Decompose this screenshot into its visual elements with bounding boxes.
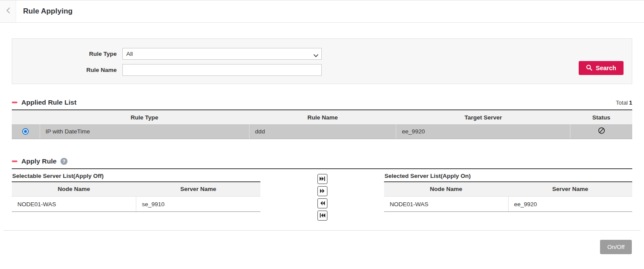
applied-rule-table: Rule Type Rule Name Target Server Status… — [12, 109, 632, 139]
search-panel: Rule Type All Rule Name Search — [12, 38, 632, 84]
top-bar: Rule Applying — [0, 0, 644, 23]
column-header-target-server: Target Server — [396, 110, 570, 124]
double-arrow-right-icon — [320, 189, 325, 193]
section-dash-icon — [12, 102, 17, 103]
rule-type-label: Rule Type — [12, 51, 117, 57]
applied-rule-row[interactable]: IP with DateTime ddd ee_9920 — [12, 124, 632, 139]
column-header-server-name: Server Name — [508, 182, 632, 197]
column-header-rule-type: Rule Type — [40, 110, 249, 124]
back-button[interactable] — [0, 0, 16, 22]
selectable-server-table: Node Name Server Name NODE01-WAS se_9910 — [12, 182, 260, 212]
selectable-server-header-row: Node Name Server Name — [12, 182, 260, 197]
applied-rule-table-header-row: Rule Type Rule Name Target Server Status — [12, 110, 632, 124]
applied-rule-radio[interactable] — [22, 128, 29, 135]
search-button[interactable]: Search — [579, 61, 624, 75]
selected-server-header-row: Node Name Server Name — [384, 182, 632, 197]
apply-rule-section: Apply Rule ? Selectable Server List(Appl… — [12, 157, 632, 221]
transfer-buttons — [260, 169, 384, 221]
total-count: Total1 — [616, 99, 632, 106]
selectable-server-name: se_9910 — [136, 197, 261, 212]
chevron-left-icon — [6, 7, 10, 15]
rule-name-row: Rule Name — [12, 64, 632, 76]
onoff-button[interactable]: On/Off — [600, 240, 632, 254]
search-button-label: Search — [596, 65, 616, 72]
selected-server-name: ee_9920 — [508, 197, 632, 212]
selected-server-table: Node Name Server Name NODE01-WAS ee_9920 — [384, 182, 632, 212]
column-header-status: Status — [570, 110, 632, 124]
move-all-right-button[interactable] — [317, 174, 327, 184]
applied-rule-list-header: Applied Rule List Total1 — [12, 99, 632, 106]
row-target-server: ee_9920 — [396, 124, 570, 139]
move-right-button[interactable] — [317, 186, 327, 196]
row-rule-name: ddd — [249, 124, 396, 139]
selected-server-row[interactable]: NODE01-WAS ee_9920 — [384, 197, 632, 212]
column-header-server-name: Server Name — [136, 182, 261, 197]
total-value: 1 — [629, 99, 632, 106]
rule-type-select-wrap: All — [122, 48, 322, 60]
no-entry-icon — [598, 129, 605, 136]
selectable-server-row[interactable]: NODE01-WAS se_9910 — [12, 197, 260, 212]
row-status-cell — [570, 124, 632, 139]
selected-server-panel-title: Selected Server List(Apply On) — [384, 169, 632, 182]
rule-name-input[interactable] — [122, 64, 322, 76]
column-header-rule-name: Rule Name — [249, 110, 396, 124]
total-label: Total — [616, 99, 627, 106]
bottom-actions: On/Off — [12, 240, 632, 254]
rule-type-row: Rule Type All — [12, 48, 632, 60]
row-radio-cell — [12, 124, 40, 139]
radio-column-header — [12, 110, 40, 124]
selectable-server-panel: Selectable Server List(Apply Off) Node N… — [12, 169, 260, 221]
page-title: Rule Applying — [23, 7, 73, 16]
apply-rule-header: Apply Rule ? — [12, 157, 632, 165]
section-dash-icon — [12, 160, 17, 162]
double-arrow-left-icon — [320, 201, 325, 205]
rule-name-label: Rule Name — [12, 67, 117, 73]
bottom-divider — [3, 230, 641, 231]
move-all-left-button[interactable] — [317, 211, 327, 221]
apply-rule-body: Selectable Server List(Apply Off) Node N… — [12, 168, 632, 221]
column-header-node-name: Node Name — [384, 182, 508, 197]
apply-rule-title: Apply Rule — [21, 157, 57, 165]
move-left-button[interactable] — [317, 198, 327, 208]
selected-node-name: NODE01-WAS — [384, 197, 508, 212]
search-icon — [586, 65, 592, 72]
applied-rule-list-title: Applied Rule List — [21, 99, 77, 106]
selectable-server-panel-title: Selectable Server List(Apply Off) — [12, 169, 260, 182]
selectable-node-name: NODE01-WAS — [12, 197, 136, 212]
row-rule-type: IP with DateTime — [40, 124, 249, 139]
double-arrow-left-bar-icon — [320, 213, 325, 218]
help-icon[interactable]: ? — [61, 158, 67, 165]
rule-type-select[interactable]: All — [122, 48, 322, 60]
applied-rule-list-section: Applied Rule List Total1 Rule Type Rule … — [12, 99, 632, 139]
double-arrow-right-bar-icon — [320, 177, 325, 181]
selected-server-panel: Selected Server List(Apply On) Node Name… — [384, 169, 632, 221]
column-header-node-name: Node Name — [12, 182, 136, 197]
